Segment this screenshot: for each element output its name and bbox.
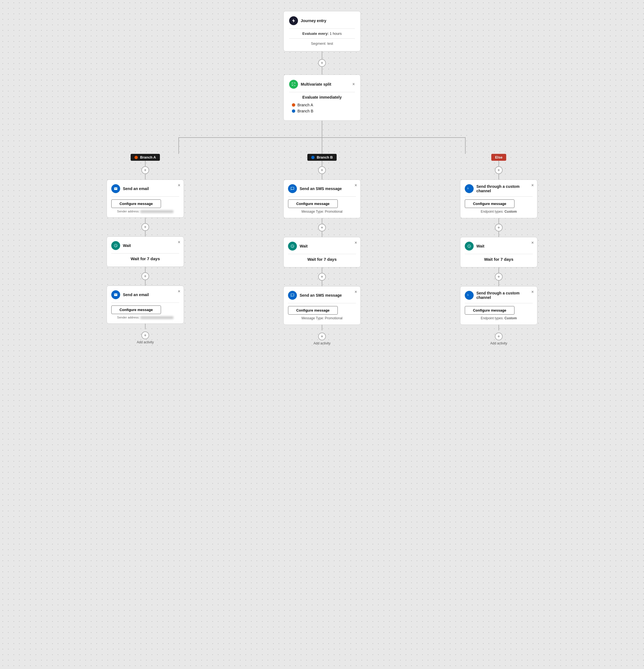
- else-pill-label: Else: [495, 155, 503, 159]
- branch-b-dot: [292, 109, 295, 113]
- wait-icon-else: [465, 242, 474, 251]
- add-button-a-1[interactable]: +: [141, 166, 149, 174]
- endpoint-info-else2: Endpoint types: Custom: [465, 316, 533, 320]
- sms-icon-b1: [288, 184, 297, 193]
- add-button-a-2[interactable]: +: [141, 223, 149, 231]
- wait-card-else: × Wait Wait for 7 days: [460, 237, 538, 267]
- custom-icon-else2: λ: [465, 291, 474, 300]
- endpoint-info-else1: Endpoint types: Custom: [465, 210, 533, 214]
- custom-else2-title: Send through a custom channel: [476, 291, 533, 300]
- sender-blur-a1: [140, 210, 173, 213]
- svg-text:λ: λ: [467, 187, 469, 190]
- custom-else1-close-button[interactable]: ×: [531, 183, 534, 187]
- sender-blur-a2: [140, 316, 173, 319]
- svg-text:λ: λ: [467, 294, 469, 296]
- configure-email-a2-button[interactable]: Configure message: [111, 305, 161, 314]
- branch-a-item: Branch A: [292, 103, 355, 107]
- configure-custom-else2-button[interactable]: Configure message: [465, 306, 514, 315]
- vert-branch-else: [465, 137, 466, 154]
- lightning-icon: [289, 16, 298, 25]
- wait-b-close-button[interactable]: ×: [355, 241, 357, 245]
- wait-card-a: × Wait Wait for 7 days: [106, 237, 184, 267]
- add-button-b-3[interactable]: +: [318, 273, 326, 281]
- add-button-b-1[interactable]: +: [318, 166, 326, 174]
- email-a2-close-button[interactable]: ×: [178, 289, 180, 294]
- add-button-else-2[interactable]: +: [495, 224, 503, 231]
- branch-b-pill-label: Branch B: [317, 155, 333, 159]
- email-a1-close-button[interactable]: ×: [178, 183, 180, 187]
- email-a1-title: Send an email: [123, 186, 149, 191]
- add-button-a-3[interactable]: +: [141, 272, 149, 280]
- connector-b-2: +: [318, 218, 326, 237]
- multivariate-title: Multivariate split: [301, 82, 331, 86]
- msg-type-b1: Message Type: Promotional: [288, 210, 356, 214]
- sms-b2-close-button[interactable]: ×: [355, 290, 357, 294]
- add-activity-btn-a[interactable]: +: [141, 331, 149, 339]
- add-button-else-3[interactable]: +: [495, 273, 503, 281]
- sms-b1-close-button[interactable]: ×: [355, 183, 357, 187]
- else-pill: Else: [491, 154, 506, 161]
- evaluate-label: Evaluate every: 1 hours: [289, 31, 355, 35]
- branch-a-pill-label: Branch A: [140, 155, 156, 159]
- branch-b-label: Branch B: [297, 109, 313, 113]
- wait-else-close-button[interactable]: ×: [531, 241, 534, 245]
- wait-card-b: × Wait Wait for 7 days: [283, 237, 361, 267]
- connector-b-4: [322, 325, 322, 330]
- connector-else-3: +: [495, 267, 503, 286]
- multivariate-close-button[interactable]: ×: [353, 82, 355, 86]
- journey-entry-title: Journey entry: [301, 18, 326, 23]
- segment-label: Segment: test: [289, 41, 355, 46]
- add-activity-btn-else[interactable]: +: [495, 332, 503, 340]
- add-button-else-1[interactable]: +: [495, 166, 503, 174]
- evaluate-immediately-label: Evaluate immediately: [289, 95, 355, 99]
- branch-area: Branch A + × Send an email: [101, 121, 543, 345]
- wait-a-title: Wait: [123, 243, 131, 248]
- connector-b-3: +: [318, 267, 326, 286]
- configure-sms-b1-button[interactable]: Configure message: [288, 199, 338, 208]
- connector-1: +: [318, 52, 326, 74]
- wait-b-text: Wait for 7 days: [288, 257, 356, 261]
- send-email-card-a-1: × Send an email Configure message Sender…: [106, 180, 184, 218]
- add-activity-label-else: Add activity: [490, 341, 507, 345]
- branch-a-dot: [292, 103, 295, 106]
- add-activity-a: + Add activity: [137, 331, 154, 344]
- branch-b-pill: Branch B: [307, 154, 337, 161]
- configure-custom-else1-button[interactable]: Configure message: [465, 199, 514, 208]
- vert-branch-b: [322, 137, 322, 154]
- wait-a-close-button[interactable]: ×: [178, 240, 180, 244]
- branch-col-a: Branch A + × Send an email: [101, 154, 189, 344]
- vert-from-split: [322, 121, 322, 137]
- wait-a-text: Wait for 7 days: [111, 256, 179, 261]
- wait-icon-a: [111, 241, 120, 250]
- add-button-b-2[interactable]: +: [318, 224, 326, 231]
- add-activity-btn-b[interactable]: +: [318, 332, 326, 340]
- custom-else2-close-button[interactable]: ×: [531, 290, 534, 294]
- send-sms-card-b-2: × Send an SMS message Configure message …: [283, 286, 361, 325]
- connector-else-2: +: [495, 218, 503, 237]
- custom-card-else-1: × λ Send through a custom channel Config…: [460, 180, 538, 218]
- email-icon-a1: [111, 184, 120, 193]
- branch-b-pill-dot: [311, 156, 315, 159]
- multivariate-card: Multivariate split × Evaluate immediatel…: [283, 74, 361, 121]
- vert-branch-a: [178, 137, 179, 154]
- sender-info-a1: Sender address:: [111, 210, 179, 213]
- wait-b-title: Wait: [300, 244, 307, 248]
- branch-col-b: Branch B + × Send an SMS message: [278, 154, 366, 345]
- branch-columns: Branch A + × Send an email: [101, 154, 543, 345]
- msg-type-b2: Message Type: Promotional: [288, 316, 356, 320]
- add-activity-else: + Add activity: [490, 332, 507, 345]
- configure-sms-b2-button[interactable]: Configure message: [288, 306, 338, 315]
- branch-b-item: Branch B: [292, 109, 355, 113]
- add-button-1[interactable]: +: [318, 59, 326, 67]
- branch-a-pill: Branch A: [131, 154, 160, 161]
- branch-col-else: Else + × λ Send through a custom channel: [455, 154, 543, 345]
- branch-a-label: Branch A: [297, 103, 313, 107]
- custom-card-else-2: × λ Send through a custom channel Config…: [460, 286, 538, 325]
- custom-else1-title: Send through a custom channel: [476, 184, 533, 193]
- add-activity-b: + Add activity: [313, 332, 330, 345]
- configure-email-a1-button[interactable]: Configure message: [111, 199, 161, 208]
- send-email-card-a-2: × Send an email Configure message Sender…: [106, 286, 184, 324]
- sms-icon-b2: [288, 291, 297, 300]
- connector-else-4: [499, 325, 499, 330]
- add-activity-label-a: Add activity: [137, 340, 154, 344]
